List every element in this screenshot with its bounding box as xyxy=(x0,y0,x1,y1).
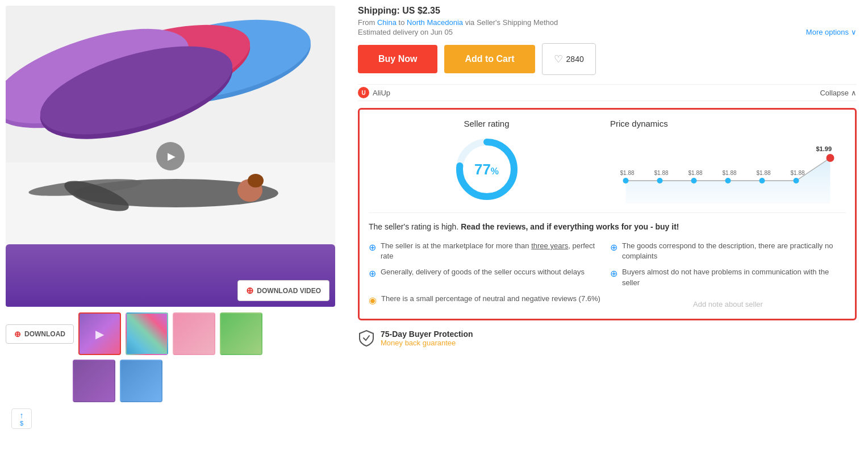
thumbnail-1[interactable] xyxy=(126,312,168,355)
thumb-inner-2 xyxy=(174,314,214,354)
svg-text:$1.88: $1.88 xyxy=(791,170,805,176)
protection-title: 75-Day Buyer Protection xyxy=(381,329,473,339)
feature-text-4: There is a small percentage of neutral a… xyxy=(381,294,600,304)
aliup-logo: U AliUp xyxy=(358,87,390,98)
buy-now-button[interactable]: Buy Now xyxy=(358,45,437,73)
recommendation-part1: The seller's rating is high. xyxy=(369,222,461,231)
feature-item-4: ◉ There is a small percentage of neutral… xyxy=(369,294,604,310)
svg-point-25 xyxy=(691,178,697,183)
feature-text-0: The seller is at the marketplace for mor… xyxy=(381,241,604,261)
wishlist-button[interactable]: ♡ 2840 xyxy=(542,43,596,75)
thumb-inner-1 xyxy=(127,314,167,354)
more-options-label: More options xyxy=(806,28,849,36)
svg-point-27 xyxy=(760,178,765,183)
shield-icon xyxy=(358,329,375,347)
protection-subtitle: Money back guarantee xyxy=(381,339,473,347)
target-icon-small: ⊕ xyxy=(14,329,21,339)
left-panel: ⊕ DOWNLOAD VIDEO ⊕ DOWNLOAD ▶ xyxy=(0,0,347,463)
buyer-protection-text: 75-Day Buyer Protection Money back guara… xyxy=(381,329,473,347)
svg-text:$1.88: $1.88 xyxy=(757,170,771,176)
feature-item-3: ⊕ Buyers almost do not have problems in … xyxy=(610,267,846,287)
plus-icon-1: ⊕ xyxy=(610,241,617,254)
to-country-link[interactable]: North Macedonia xyxy=(407,18,463,27)
collapse-button[interactable]: Collapse ∧ xyxy=(820,89,857,97)
aliup-panel: Seller rating 77% Price dynamics xyxy=(358,108,857,320)
svg-text:$1.88: $1.88 xyxy=(688,170,703,176)
aliup-circle-icon: U xyxy=(358,87,369,98)
page-container: ⊕ DOWNLOAD VIDEO ⊕ DOWNLOAD ▶ xyxy=(0,0,868,463)
chevron-up-icon: ∧ xyxy=(851,89,857,97)
feature-item-1: ⊕ The goods correspond to the descriptio… xyxy=(610,241,846,261)
rating-percentage: 77% xyxy=(474,161,499,178)
feature-item-0: ⊕ The seller is at the marketplace for m… xyxy=(369,241,604,261)
more-options-link[interactable]: More options ∨ xyxy=(806,28,857,36)
dollar-icon: $ xyxy=(20,420,23,427)
svg-text:$1.88: $1.88 xyxy=(620,170,635,176)
aliup-name: AliUp xyxy=(373,89,390,97)
wishlist-count: 2840 xyxy=(566,55,584,64)
second-row-thumbnails xyxy=(73,360,341,402)
scroll-button[interactable]: ↑ $ xyxy=(11,408,32,429)
plus-icon-3: ⊕ xyxy=(610,268,617,280)
price-dynamics-section: Price dynamics xyxy=(610,119,846,203)
arrow-up-icon: ↑ xyxy=(20,411,24,420)
main-image-area: ⊕ DOWNLOAD VIDEO xyxy=(6,6,335,307)
play-button[interactable] xyxy=(156,142,185,170)
features-grid: ⊕ The seller is at the marketplace for m… xyxy=(369,241,846,310)
shipping-title: Shipping: US $2.35 xyxy=(358,6,857,16)
thumbnails-row: ⊕ DOWNLOAD ▶ xyxy=(6,312,341,355)
thumbnail-2[interactable] xyxy=(173,312,215,355)
thumbnail-4[interactable] xyxy=(73,360,115,402)
svg-point-24 xyxy=(657,178,663,183)
feature-item-5: Add note about seller xyxy=(610,294,846,310)
seller-rating-title: Seller rating xyxy=(369,119,604,128)
action-buttons: Buy Now Add to Cart ♡ 2840 xyxy=(358,43,857,75)
price-chart: $1.88 $1.88 $1.88 $1.88 $1.88 $1.88 $1.9… xyxy=(610,135,846,198)
download-video-label: DOWNLOAD VIDEO xyxy=(257,287,321,295)
svg-point-23 xyxy=(623,178,629,183)
svg-point-11 xyxy=(248,174,264,187)
download-button[interactable]: ⊕ DOWNLOAD xyxy=(6,324,74,344)
feature-text-2: Generally, delivery of goods of the sell… xyxy=(381,267,585,277)
right-panel: Shipping: US $2.35 From China to North M… xyxy=(347,0,868,463)
panel-grid: Seller rating 77% Price dynamics xyxy=(369,119,846,203)
price-dynamics-title: Price dynamics xyxy=(610,119,846,128)
circle-icon-4: ◉ xyxy=(369,294,377,307)
buyer-protection: 75-Day Buyer Protection Money back guara… xyxy=(358,329,857,347)
recommendation-part2: Read the reviews, and if everything work… xyxy=(461,222,679,231)
thumbnail-5[interactable] xyxy=(120,360,162,402)
add-note-text[interactable]: Add note about seller xyxy=(610,294,846,310)
seller-rating-section: Seller rating 77% xyxy=(369,119,604,203)
shipping-delivery-row: Estimated delivery on Jun 05 More option… xyxy=(358,28,857,36)
svg-text:$1.99: $1.99 xyxy=(816,145,832,152)
download-label: DOWNLOAD xyxy=(24,330,65,338)
shipping-from: From China to North Macedonia via Seller… xyxy=(358,18,857,27)
delivery-text: Estimated delivery on Jun 05 xyxy=(358,28,453,36)
to-label: to xyxy=(399,18,405,27)
thumbnail-0[interactable]: ▶ xyxy=(78,312,121,355)
thumb-inner-0: ▶ xyxy=(80,314,120,354)
feature-text-3: Buyers almost do not have problems in co… xyxy=(622,267,846,287)
plus-icon-0: ⊕ xyxy=(369,241,376,254)
seller-rating-chart: 77% xyxy=(453,135,521,203)
plus-icon-2: ⊕ xyxy=(369,268,376,280)
chevron-down-icon: ∨ xyxy=(851,28,857,36)
thumb-inner-3 xyxy=(221,314,261,354)
feature-text-1: The goods correspond to the description,… xyxy=(622,241,846,261)
svg-point-28 xyxy=(794,178,799,183)
feature-item-2: ⊕ Generally, delivery of goods of the se… xyxy=(369,267,604,287)
svg-point-26 xyxy=(725,178,731,183)
collapse-label: Collapse xyxy=(820,89,849,97)
from-country-link[interactable]: China xyxy=(377,18,397,27)
heart-icon: ♡ xyxy=(554,53,563,65)
recommendation-text: The seller's rating is high. Read the re… xyxy=(369,212,846,233)
target-icon: ⊕ xyxy=(246,285,253,296)
thumb-inner-4 xyxy=(74,361,114,401)
add-to-cart-button[interactable]: Add to Cart xyxy=(444,45,535,73)
download-video-button[interactable]: ⊕ DOWNLOAD VIDEO xyxy=(237,280,329,301)
svg-text:$1.88: $1.88 xyxy=(654,170,669,176)
thumbnail-3[interactable] xyxy=(220,312,262,355)
aliup-bar: U AliUp Collapse ∧ xyxy=(358,84,857,101)
shipping-section: Shipping: US $2.35 From China to North M… xyxy=(358,6,857,36)
svg-point-29 xyxy=(827,154,834,162)
